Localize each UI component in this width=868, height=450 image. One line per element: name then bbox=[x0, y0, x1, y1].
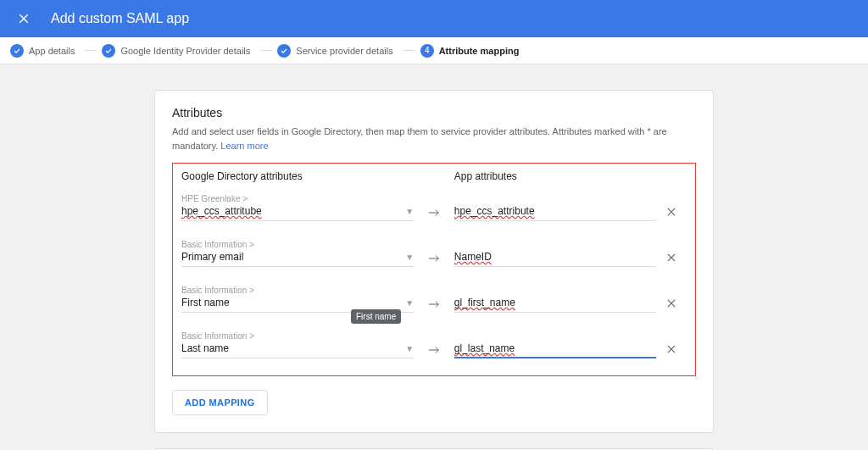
check-icon bbox=[10, 44, 24, 58]
mapping-box: Google Directory attributes App attribut… bbox=[172, 163, 696, 376]
chevron-down-icon: ▼ bbox=[405, 253, 414, 262]
attributes-card: Attributes Add and select user fields in… bbox=[154, 90, 714, 433]
check-icon bbox=[277, 44, 291, 58]
step-separator bbox=[403, 50, 415, 51]
step-sp-details[interactable]: Service provider details bbox=[277, 44, 392, 58]
close-icon bbox=[665, 252, 677, 264]
top-bar: Add custom SAML app bbox=[0, 0, 868, 37]
app-attribute-input[interactable]: NameID bbox=[454, 250, 656, 267]
close-icon bbox=[17, 12, 31, 25]
remove-mapping-button[interactable] bbox=[656, 343, 687, 358]
close-icon bbox=[665, 343, 677, 355]
close-icon bbox=[665, 297, 677, 309]
step-idp-details[interactable]: Google Identity Provider details bbox=[102, 44, 250, 58]
app-attribute-input[interactable]: gl_first_name bbox=[454, 296, 656, 313]
add-mapping-button[interactable]: ADD MAPPING bbox=[172, 390, 268, 415]
step-attribute-mapping[interactable]: 4 Attribute mapping bbox=[420, 44, 520, 58]
remove-mapping-button[interactable] bbox=[656, 206, 687, 221]
remove-mapping-button[interactable] bbox=[656, 252, 687, 267]
col-header-right: App attributes bbox=[454, 170, 656, 182]
mapping-row: Basic Information > First name ▼ gl_firs… bbox=[181, 286, 687, 313]
directory-attribute-select[interactable]: Basic Information > Last name ▼ bbox=[181, 331, 414, 358]
arrow-icon bbox=[414, 299, 454, 313]
mapping-row: HPE Greenlake > hpe_ccs_attritube ▼ hpe_… bbox=[181, 194, 687, 221]
app-attribute-input[interactable]: gl_last_name bbox=[454, 342, 656, 358]
chevron-down-icon: ▼ bbox=[405, 298, 414, 308]
remove-mapping-button[interactable] bbox=[656, 297, 687, 313]
arrow-icon bbox=[414, 208, 454, 221]
directory-attribute-select[interactable]: HPE Greenlake > hpe_ccs_attritube ▼ bbox=[181, 194, 414, 221]
arrow-icon bbox=[414, 345, 454, 358]
card-description: Add and select user fields in Google Dir… bbox=[172, 125, 696, 153]
check-icon bbox=[102, 44, 115, 58]
app-attribute-input[interactable]: hpe_ccs_attribute bbox=[454, 204, 656, 221]
arrow-icon bbox=[414, 253, 454, 267]
step-separator bbox=[260, 50, 272, 51]
step-app-details[interactable]: App details bbox=[10, 44, 75, 58]
directory-attribute-select[interactable]: Basic Information > Primary email ▼ bbox=[181, 240, 414, 267]
page-title: Add custom SAML app bbox=[51, 11, 189, 26]
learn-more-link[interactable]: Learn more bbox=[220, 141, 268, 151]
chevron-down-icon: ▼ bbox=[405, 344, 414, 353]
step-separator bbox=[85, 50, 97, 51]
mapping-row: Basic Information > Primary email ▼ Name… bbox=[181, 240, 687, 267]
close-button[interactable] bbox=[14, 8, 34, 29]
mapping-row: Basic Information > Last name ▼ gl_last_… bbox=[181, 331, 687, 358]
chevron-down-icon: ▼ bbox=[405, 207, 414, 216]
stepper: App details Google Identity Provider det… bbox=[0, 37, 868, 64]
col-header-left: Google Directory attributes bbox=[181, 170, 414, 182]
close-icon bbox=[665, 206, 677, 218]
content-area: Attributes Add and select user fields in… bbox=[0, 64, 868, 450]
card-title: Attributes bbox=[172, 106, 696, 119]
step-number-icon: 4 bbox=[420, 44, 434, 58]
tooltip: First name bbox=[351, 309, 401, 324]
